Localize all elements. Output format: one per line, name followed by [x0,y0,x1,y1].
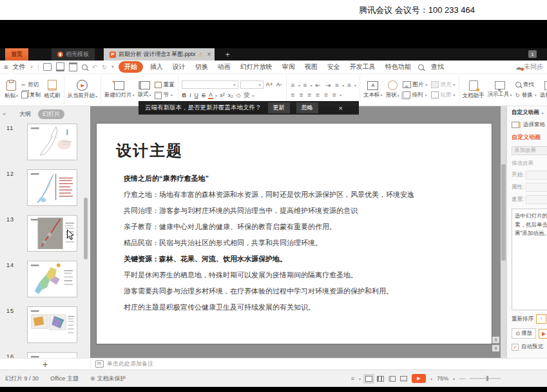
present-tools-button[interactable]: 演示工具▾ [488,81,512,98]
slide-sorter-icon[interactable] [377,376,384,382]
zoom-out-icon[interactable]: — [459,375,465,382]
play-animation-button[interactable]: ⊙播放 [512,328,536,339]
menu-item-insert[interactable]: 插入 [148,62,166,72]
highlight-button[interactable]: 荧 [244,91,251,100]
banner-close-icon[interactable]: × [339,104,343,112]
tab-document[interactable]: P 前期分析 设计理念3 草图.pptx ⚠ × [104,48,215,61]
more-commands-icon[interactable]: ▾ [111,64,114,70]
redo-icon[interactable]: ↻ [102,64,107,71]
start-input[interactable] [526,171,547,180]
add-slide-button[interactable]: + [43,360,48,369]
hamburger-icon[interactable]: ≡ [4,63,8,71]
grow-font-button[interactable]: A+ [265,81,274,88]
notes-toggle-icon[interactable]: ≡ [351,375,354,382]
zoom-level[interactable]: 75% [437,375,448,382]
zoom-slider[interactable] [470,378,501,379]
slide-title[interactable]: 设计主题 [116,140,183,161]
numbered-list-icon[interactable]: ≡ [302,82,309,89]
font-color-button[interactable]: A [208,92,213,99]
menu-item-review[interactable]: 审阅 [280,62,298,72]
copy-button[interactable]: 复制 [21,91,41,99]
arrange-button[interactable]: 排列▾ [403,91,428,99]
tab-home[interactable]: 首页 [5,48,28,61]
panel-scrollbar[interactable] [84,198,88,259]
menu-item-animation[interactable]: 动画 [215,62,233,72]
slide-text-line[interactable]: 亲子教育：健康中心对儿童的健康、环保的教育启蒙有重要的作用。 [124,222,481,232]
menu-item-transition[interactable]: 切换 [193,62,211,72]
search-label[interactable]: 查找 [428,62,446,72]
canvas-scrollbar[interactable] [501,106,506,358]
subscript-button[interactable]: x₂ [227,92,234,98]
align-center-icon[interactable]: ≡ [298,91,305,98]
section-button[interactable]: 节▾ [155,91,175,99]
text-direction-icon[interactable]: ≡ [334,82,340,89]
slides-tab[interactable]: 幻灯片 [38,109,64,119]
move-up-button[interactable]: ↑ [536,314,546,324]
slide-thumbnail-11[interactable]: 11 [0,124,90,160]
slide-thumbnail-15[interactable]: 15 [0,306,90,343]
decrease-indent-icon[interactable]: ⇤ [314,82,322,89]
doc-assistant-button[interactable]: 文档助手 [463,80,485,100]
textbox-button[interactable]: A 文本框▾ [363,81,383,99]
menu-item-view[interactable]: 视图 [302,62,320,72]
undo-icon[interactable]: ↶ [92,64,97,71]
layout-button[interactable]: 版式▾ [138,81,151,98]
format-painter-button[interactable]: 格式刷 [44,80,61,100]
slide-text-line[interactable]: 精品民宿：民宿与共治社区的形式相同，共享和共同治理环境。 [124,238,481,248]
cut-button[interactable]: ✂剪切 [21,81,41,89]
slide-thumbnail-12[interactable]: 12 [0,169,90,206]
columns-icon[interactable]: ≡ [346,82,352,89]
slide-text-line[interactable]: 游客需要共同参与治理乡村环境，在疗养体验的过程中学习对环境资源的保护和利用。 [124,286,481,296]
bullet-list-icon[interactable]: ≡ [290,82,296,89]
add-effect-select[interactable]: 添加效果 ▾ [512,146,547,155]
slide-text-line[interactable]: 共同治理：游客参与到村庄环境的共同治理当中，提高维护环境资源的意识 [124,206,481,216]
outline-tab[interactable]: 大纲 [15,109,35,119]
panel-header[interactable]: 自定义动画 ▾ [512,109,547,117]
search-icon[interactable] [418,64,424,70]
collapse-panel-icon[interactable]: « [3,111,6,117]
ignore-button[interactable]: 忽略 [296,102,318,113]
normal-view-icon[interactable] [365,376,372,382]
menu-item-slideshow[interactable]: 幻灯片放映 [238,62,275,72]
save-icon[interactable] [43,63,52,71]
slide-thumbnail-13[interactable]: 13 [0,215,90,252]
slide-editor[interactable]: 设计主题 疫情之后的“康养疗愈圣地” 疗愈之地：场地有丰富的森林资源和水资源，同… [97,124,492,344]
new-slide-button[interactable]: 新建幻灯片▾ [104,81,135,99]
cloud-sync-status[interactable]: ☁ 未同步 [515,62,543,71]
notes-input[interactable]: 单击此处添加备注 [91,360,153,368]
tab-close-icon[interactable]: × [207,51,211,58]
font-name-select[interactable]: ▾ [182,80,238,89]
outline-button[interactable]: 轮廓▾ [431,91,456,99]
menu-item-features[interactable]: 特色功能 [383,62,414,72]
line-spacing-icon[interactable]: ≡ [331,91,338,98]
menu-item-devtools[interactable]: 开发工具 [347,62,378,72]
shapes-button[interactable]: 形状▾ [386,80,399,99]
export-icon[interactable] [69,62,77,71]
strikethrough-button[interactable]: S [201,92,206,98]
print-preview-icon[interactable] [82,64,88,70]
selection-pane-button[interactable]: 选择窗格 [540,81,547,99]
slideshow-mini-button[interactable]: ▶ [539,329,547,339]
window-count-badge[interactable]: 1 [528,50,537,58]
new-tab-button[interactable]: + [225,48,230,61]
print-icon[interactable] [56,62,64,71]
play-options-caret[interactable]: ▾ [430,377,432,381]
auto-preview-checkbox[interactable]: ✓ [512,344,519,351]
slide-thumbnail-14[interactable]: 14 [0,261,90,297]
slide-thumbnail-16[interactable]: 16 [0,352,90,358]
superscript-button[interactable]: x² [219,92,226,98]
update-button[interactable]: 更新 [268,102,290,113]
align-right-icon[interactable]: ≡ [307,91,313,98]
menu-item-security[interactable]: 安全 [325,62,343,72]
fill-button[interactable]: 填充▾ [431,81,456,89]
slide-text-line[interactable]: 平时是休闲养生的栖息地，特殊时期可以发展为疫情期间的隔离疗愈圣地。 [124,270,481,280]
presenter-view-icon[interactable] [400,376,407,382]
speed-input[interactable] [526,195,547,204]
justify-icon[interactable]: ≡ [314,91,321,98]
distribute-icon[interactable]: ≡ [323,91,329,98]
property-input[interactable] [526,183,547,192]
bold-button[interactable]: B [182,92,187,98]
picture-button[interactable]: 图片▾ [403,81,428,89]
slideshow-play-button[interactable]: ▶ [412,374,426,383]
shrink-font-button[interactable]: A- [276,81,283,88]
